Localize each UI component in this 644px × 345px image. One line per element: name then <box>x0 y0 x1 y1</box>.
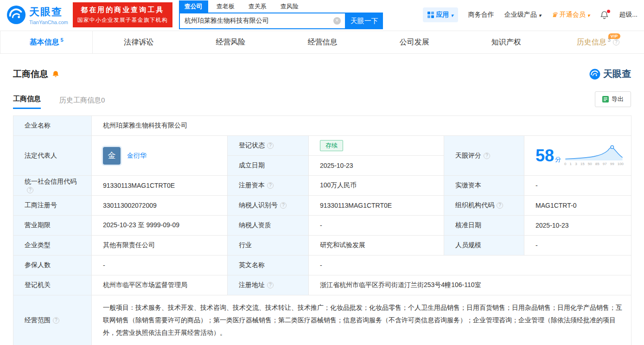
establish-date-value: 2025-10-23 <box>320 162 353 169</box>
reg-authority-value-cell: 杭州市临平区市场监督管理局 <box>92 275 228 295</box>
main-content: 工商信息 天眼查 工商信息 历史工商信息0 <box>0 68 644 345</box>
help-icon[interactable] <box>280 202 287 209</box>
score-curve-chart[interactable]: 0131550859799100 <box>564 145 624 166</box>
help-icon[interactable] <box>267 142 274 149</box>
brand-name: 天眼查 <box>29 5 68 19</box>
business-term-value-cell: 2025-10-23 至 9999-09-09 <box>92 216 228 236</box>
tab-basic-info-count: 5 <box>61 37 64 43</box>
establish-date-label-cell: 成立日期 <box>228 156 309 176</box>
english-name-value-cell: - <box>309 256 631 275</box>
score-value: 58 <box>536 146 554 165</box>
taxpayer-id-label-cell: 纳税人识别号 <box>228 196 309 216</box>
insured-count-label-cell: 参保人数 <box>13 256 92 275</box>
legal-rep-avatar[interactable]: 金 <box>103 147 121 165</box>
help-icon[interactable] <box>53 317 59 324</box>
menu-enterprise-products[interactable]: 企业级产品 <box>504 11 542 19</box>
chevron-down-icon <box>451 11 453 19</box>
reg-authority-label-cell: 登记机关 <box>13 275 92 295</box>
chevron-down-icon <box>587 11 590 19</box>
field-label: 经营范围 <box>25 316 51 324</box>
export-button-label: 导出 <box>612 95 624 103</box>
tab-legal-litigation[interactable]: 法律诉讼 <box>93 31 185 53</box>
establish-date-value-cell: 2025-10-23 <box>309 156 444 176</box>
approval-date-value-cell: 2025-10-23 <box>524 216 631 236</box>
company-type-value-cell: 其他有限责任公司 <box>92 236 228 256</box>
help-icon[interactable] <box>267 282 274 288</box>
tab-basic-info-label: 基本信息 <box>30 38 59 47</box>
apps-menu[interactable]: 应用 <box>423 7 458 22</box>
tab-legal-litigation-label: 法律诉讼 <box>124 38 153 47</box>
legal-rep-label-cell: 法定代表人 <box>13 136 92 176</box>
field-label: 参保人数 <box>25 261 51 268</box>
reg-capital-value-cell: 100万人民币 <box>309 176 444 196</box>
help-icon[interactable] <box>27 187 33 193</box>
field-label: 登记机关 <box>25 281 51 288</box>
tab-intellectual-property[interactable]: 知识产权 <box>460 31 552 53</box>
search-tab-company[interactable]: 查公司 <box>179 0 208 13</box>
search-input[interactable] <box>180 17 333 25</box>
tab-company-development-label: 公司发展 <box>400 38 429 47</box>
search-area: 查公司 查老板 查关系 查风险 天眼一下 <box>179 0 383 29</box>
clear-search-icon[interactable] <box>333 17 341 25</box>
help-icon[interactable] <box>497 202 503 209</box>
reg-status-value-cell: 存续 <box>309 136 444 156</box>
row-insured-count: 参保人数 - 英文名称 - <box>13 256 631 275</box>
tab-operating-info-label: 经营信息 <box>307 38 337 47</box>
field-label: 纳税人识别号 <box>239 201 278 209</box>
english-name-value: - <box>320 262 322 269</box>
search-tab-risk[interactable]: 查风险 <box>275 0 304 13</box>
row-business-term: 营业期限 2025-10-23 至 9999-09-09 纳税人资质 - 核准日… <box>13 216 631 236</box>
business-term-label-cell: 营业期限 <box>13 216 92 236</box>
apps-grid-icon <box>427 12 434 18</box>
search-tabs: 查公司 查老板 查关系 查风险 <box>179 0 383 13</box>
business-term-value: 2025-10-23 至 9999-09-09 <box>103 221 179 229</box>
score-value-cell: 58分 0131550859799100 <box>524 136 631 176</box>
company-name-value-cell: 杭州珀莱雅生物科技有限公司 <box>92 116 631 136</box>
menu-open-vip[interactable]: 开通会员 <box>551 11 590 19</box>
menu-business-cooperation-label: 商务合作 <box>468 11 494 19</box>
export-button[interactable]: 导出 <box>595 91 631 107</box>
help-icon[interactable] <box>267 182 274 189</box>
field-label: 人员规模 <box>455 241 481 249</box>
business-scope-value-cell: 一般项目：技术服务、技术开发、技术咨询、技术交流、技术转让、技术推广；化妆品批发… <box>92 295 631 345</box>
org-code-value-cell: MAG1CTRT-0 <box>524 196 631 216</box>
search-tab-boss[interactable]: 查老板 <box>211 0 240 13</box>
industry-value-cell: 研究和试验发展 <box>309 236 444 256</box>
taxpayer-quality-label-cell: 纳税人资质 <box>228 216 309 236</box>
search-tab-relation[interactable]: 查关系 <box>243 0 272 13</box>
legal-rep-value-cell: 金 金衍华 <box>92 136 228 176</box>
industry-label-cell: 行业 <box>228 236 309 256</box>
tab-operating-info[interactable]: 经营信息 <box>276 31 368 53</box>
subtab-business-info[interactable]: 工商信息 <box>13 95 41 109</box>
legal-rep-link[interactable]: 金衍华 <box>127 152 147 160</box>
header-menu: 应用 商务合作 企业级产品 开通会员 <box>423 7 638 22</box>
help-icon[interactable] <box>613 39 619 45</box>
status-badge: 存续 <box>320 140 343 151</box>
subscribe-bell-icon[interactable] <box>52 70 59 78</box>
tab-history-info[interactable]: VIP 历史信息3 <box>552 31 644 53</box>
brand-domain: TianYanCha.com <box>29 19 68 25</box>
search-row: 天眼一下 <box>179 13 383 29</box>
menu-business-cooperation[interactable]: 商务合作 <box>468 11 494 19</box>
watermark-text: 天眼查 <box>603 68 631 80</box>
crown-icon <box>551 11 557 19</box>
reg-authority-value: 杭州市临平区市场监督管理局 <box>103 281 187 288</box>
subtab-history-business-info[interactable]: 历史工商信息0 <box>59 96 105 109</box>
tab-operating-risk[interactable]: 经营风险 <box>185 31 276 53</box>
field-label: 纳税人资质 <box>239 221 271 229</box>
tab-company-development[interactable]: 公司发展 <box>369 31 460 53</box>
tianyancha-logo[interactable]: 天眼查 TianYanCha.com <box>6 5 68 25</box>
field-label: 注册资本 <box>239 181 265 189</box>
company-section-nav: 基本信息5 法律诉讼 经营风险 经营信息 公司发展 知识产权 VIP 历史信息3 <box>0 31 644 54</box>
business-info-table: 企业名称 杭州珀莱雅生物科技有限公司 法定代表人 金 金衍华 登记状态 存续 天… <box>13 115 631 345</box>
help-icon[interactable] <box>484 153 490 159</box>
score-label-cell: 天眼评分 <box>444 136 524 176</box>
tab-intellectual-property-label: 知识产权 <box>491 38 521 47</box>
approval-date-value: 2025-10-23 <box>536 222 569 229</box>
menu-super-vip[interactable]: 超级... <box>619 11 638 19</box>
search-button[interactable]: 天眼一下 <box>346 13 383 29</box>
tab-basic-info[interactable]: 基本信息5 <box>0 31 93 53</box>
staff-size-value: - <box>536 242 538 249</box>
notification-bell-icon[interactable] <box>600 11 609 19</box>
insured-count-value-cell: - <box>92 256 228 275</box>
